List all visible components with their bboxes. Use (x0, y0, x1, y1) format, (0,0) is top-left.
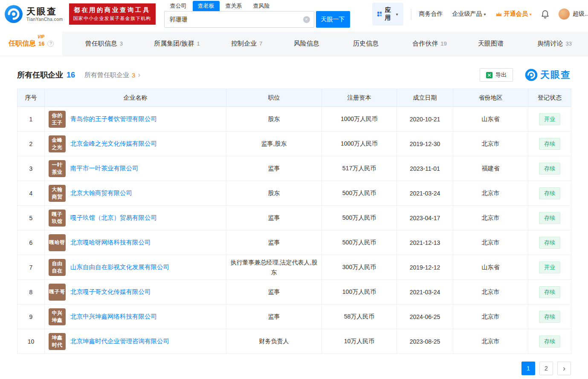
enterprise-products-link[interactable]: 企业级产品 ▾ (452, 10, 486, 18)
promo-badge: 都在用的商业查询工具 国家中小企业发展子基金旗下机构 (69, 3, 156, 25)
row-index: 10 (17, 329, 45, 354)
page-button[interactable]: 1 (521, 362, 535, 375)
nav-tab[interactable]: 天眼图谱 VIP ? (469, 32, 515, 56)
excel-icon (486, 72, 492, 78)
company-name-link[interactable]: 北京坤鑫时代企业管理咨询有限公司 (70, 337, 169, 345)
capital-cell: 58万人民币 (322, 304, 397, 329)
region-cell: 北京市 (453, 304, 528, 329)
region-cell: 北京市 (453, 329, 528, 354)
table-row: 1 你的 王子 青岛你的王子餐饮管理有限公司 股东 1000万人民币 2020-… (17, 107, 571, 132)
user-account[interactable]: 超级... (559, 9, 588, 20)
company-name-link[interactable]: 北京中兴坤鑫网络科技有限公司 (70, 313, 157, 321)
promo-line2: 国家中小企业发展子基金旗下机构 (73, 15, 151, 22)
company-logo: 自由 自在 (49, 259, 66, 276)
logo-text: 天眼查 TianYanCha.com (26, 6, 63, 22)
table-row: 7 自由 自在 山东自由自在影视文化发展有限公司 执行董事兼总经理,法定代表人,… (17, 255, 571, 280)
search-type-tab[interactable]: 查关系 (220, 1, 247, 11)
nav-tab-count-wrap: VIP 19 (440, 40, 446, 47)
help-icon[interactable]: ? (47, 40, 54, 47)
nav-tab[interactable]: 控制企业 VIP 7 ? (223, 32, 271, 56)
position-cell: 监事 (226, 280, 322, 304)
table-row: 8 嘎子哥 北京嘎子哥文化传媒有限公司 监事 100万人民币 2021-03-2… (17, 280, 571, 304)
row-index: 2 (17, 132, 45, 156)
company-name-link[interactable]: 北京嘎子哥文化传媒有限公司 (70, 288, 151, 296)
company-name-link[interactable]: 嘎子玖馆（北京）贸易有限公司 (70, 214, 157, 222)
tianyancha-logo[interactable]: 天眼查 TianYanCha.com (4, 5, 63, 23)
section-title: 所有任职企业 (17, 70, 63, 80)
open-vip-link[interactable]: 开通会员 ▾ (495, 10, 532, 18)
nav-tab[interactable]: 舆情讨论 VIP 33 ? (529, 32, 580, 56)
search-type-tab[interactable]: 查风险 (248, 1, 275, 11)
page-button[interactable]: 2 (539, 362, 553, 375)
company-logo: 嘎子 玖馆 (49, 210, 66, 227)
company-name-cell: 坤鑫 时代 北京坤鑫时代企业管理咨询有限公司 (45, 329, 226, 354)
header-links: 商务合作 企业级产品 ▾ 开通会员 ▾ 超级... (419, 9, 588, 20)
company-name-cell: 嘎子哥 北京嘎子哥文化传媒有限公司 (45, 280, 226, 304)
company-name-link[interactable]: 北京金峰之光文化传媒有限公司 (70, 140, 157, 148)
business-cooperation-link[interactable]: 商务合作 (419, 10, 443, 18)
company-name-link[interactable]: 北京嘎哈呀网络科技有限公司 (70, 238, 151, 247)
row-index: 8 (17, 280, 45, 304)
notification-bell-icon[interactable] (541, 10, 549, 18)
search-type-tab[interactable]: 查公司 (165, 1, 192, 11)
header-divider (411, 9, 411, 19)
company-name-link[interactable]: 北京大翰商贸有限公司 (70, 189, 132, 197)
status-cell: 存续 (528, 280, 571, 304)
company-name-cell: 嘎子 玖馆 嘎子玖馆（北京）贸易有限公司 (45, 206, 226, 230)
company-logo: 中兴 坤鑫 (49, 308, 66, 325)
search-button[interactable]: 天眼一下 (316, 11, 350, 28)
company-name-cell: 一叶 茶业 南平市一叶茶业有限公司 (45, 156, 226, 181)
apps-menu[interactable]: 应用 ▾ (372, 3, 403, 26)
nav-tab[interactable]: 风险信息 VIP ? (285, 32, 330, 56)
nav-tab-count: 16 (38, 40, 44, 47)
founded-date-cell: 2024-06-25 (397, 304, 453, 329)
company-name-link[interactable]: 南平市一叶茶业有限公司 (70, 164, 139, 172)
company-name-link[interactable]: 青岛你的王子餐饮管理有限公司 (70, 115, 157, 123)
nav-tab-count-wrap: VIP 16 (38, 40, 44, 47)
positions-table: 序号 企业名称 职位 注册资本 成立日期 省份地区 登记状态 (17, 89, 571, 354)
nav-tab[interactable]: 曾任职信息 VIP 3 ? (77, 32, 131, 56)
former-positions-link[interactable]: 所有曾任职企业 3 › (84, 71, 140, 79)
nav-tab-count: 33 (565, 40, 571, 47)
founded-date-cell: 2023-08-25 (397, 329, 453, 354)
nav-tab-label: 历史信息 (353, 40, 379, 48)
enterprise-products-label: 企业级产品 (452, 10, 482, 18)
column-header: 职位 (226, 89, 322, 107)
export-button[interactable]: 导出 (480, 68, 513, 82)
chevron-right-icon: › (138, 71, 140, 79)
nav-tab[interactable]: 合作伙伴 VIP 19 ? (404, 32, 455, 56)
tianyancha-watermark: 天眼查 (525, 69, 571, 81)
nav-tab[interactable]: 历史信息 VIP ? (345, 32, 390, 56)
status-badge: 存续 (539, 212, 560, 224)
chevron-down-icon: ▾ (484, 12, 486, 17)
founded-date-cell: 2019-12-12 (397, 255, 453, 280)
row-index: 3 (17, 156, 45, 181)
tianyancha-page: 天眼查 TianYanCha.com 都在用的商业查询工具 国家中小企业发展子基… (0, 0, 588, 379)
column-header: 成立日期 (397, 89, 453, 107)
founded-date-cell: 2021-03-24 (397, 181, 453, 206)
company-name-link[interactable]: 山东自由自在影视文化发展有限公司 (70, 263, 169, 271)
capital-cell: 500万人民币 (322, 230, 397, 255)
region-cell: 北京市 (453, 206, 528, 230)
clear-icon[interactable]: × (303, 16, 310, 23)
status-cell: 存续 (528, 304, 571, 329)
nav-tab[interactable]: 任职信息 VIP 16 ? (0, 32, 62, 56)
section-title-count: 16 (67, 71, 75, 80)
company-logo: 嘎哈呀 (49, 234, 66, 251)
region-cell: 山东省 (453, 107, 528, 132)
search-type-tab[interactable]: 查老板 (193, 1, 220, 11)
logo-domain: TianYanCha.com (26, 17, 63, 22)
founded-date-cell: 2020-10-21 (397, 107, 453, 132)
company-logo: 一叶 茶业 (49, 160, 66, 177)
search-input-wrap: × (164, 11, 314, 28)
status-badge: 存续 (539, 163, 560, 175)
next-page-button[interactable]: › (557, 362, 571, 375)
crown-icon (495, 11, 502, 17)
search-input[interactable] (164, 11, 314, 28)
table-row: 5 嘎子 玖馆 嘎子玖馆（北京）贸易有限公司 监事 500万人民币 2023-0… (17, 206, 571, 230)
position-cell: 监事 (226, 206, 322, 230)
capital-cell: 100万人民币 (322, 280, 397, 304)
nav-tab-label: 所属集团/族群 (154, 40, 194, 48)
position-cell: 监事 (226, 230, 322, 255)
nav-tab[interactable]: 所属集团/族群 VIP 1 ? (145, 32, 208, 56)
